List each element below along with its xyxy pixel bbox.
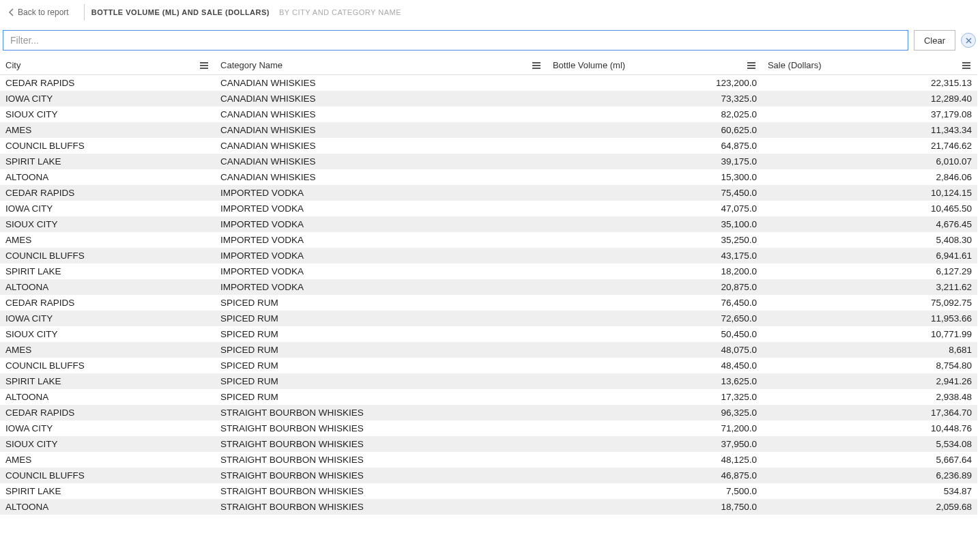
close-button[interactable] xyxy=(961,33,976,48)
table-row[interactable]: IOWA CITYIMPORTED VODKA47,075.010,465.50 xyxy=(0,201,977,216)
cell-category: SPICED RUM xyxy=(215,295,547,311)
cell-volume: 123,200.0 xyxy=(547,75,762,91)
hamburger-icon[interactable] xyxy=(200,61,210,70)
table-row[interactable]: SPIRIT LAKESTRAIGHT BOURBON WHISKIES7,50… xyxy=(0,483,977,499)
table-row[interactable]: SIOUX CITYCANADIAN WHISKIES82,025.037,17… xyxy=(0,106,977,122)
cell-volume: 82,025.0 xyxy=(547,106,762,122)
cell-category: CANADIAN WHISKIES xyxy=(215,91,547,106)
table-row[interactable]: CEDAR RAPIDSIMPORTED VODKA75,450.010,124… xyxy=(0,185,977,201)
table-row[interactable]: IOWA CITYCANADIAN WHISKIES73,325.012,289… xyxy=(0,91,977,106)
cell-city: SPIRIT LAKE xyxy=(0,154,215,169)
table-row[interactable]: AMESSPICED RUM48,075.08,681 xyxy=(0,342,977,358)
cell-sale: 2,846.06 xyxy=(762,169,977,185)
cell-sale: 6,127.29 xyxy=(762,263,977,279)
cell-sale: 8,754.80 xyxy=(762,358,977,373)
cell-category: CANADIAN WHISKIES xyxy=(215,169,547,185)
cell-sale: 8,681 xyxy=(762,342,977,358)
cell-city: SIOUX CITY xyxy=(0,216,215,232)
cell-volume: 43,175.0 xyxy=(547,248,762,263)
table-row[interactable]: SPIRIT LAKEIMPORTED VODKA18,200.06,127.2… xyxy=(0,263,977,279)
cell-sale: 6,941.61 xyxy=(762,248,977,263)
cell-city: IOWA CITY xyxy=(0,420,215,436)
hamburger-icon[interactable] xyxy=(747,61,757,70)
cell-volume: 71,200.0 xyxy=(547,420,762,436)
cell-city: SIOUX CITY xyxy=(0,106,215,122)
hamburger-icon[interactable] xyxy=(962,61,972,70)
cell-volume: 7,500.0 xyxy=(547,483,762,499)
cell-category: CANADIAN WHISKIES xyxy=(215,154,547,169)
hamburger-icon[interactable] xyxy=(532,61,542,70)
cell-sale: 37,179.08 xyxy=(762,106,977,122)
cell-city: AMES xyxy=(0,452,215,468)
cell-category: SPICED RUM xyxy=(215,342,547,358)
back-to-report-link[interactable]: Back to report xyxy=(5,5,77,20)
cell-city: CEDAR RAPIDS xyxy=(0,185,215,201)
cell-city: SPIRIT LAKE xyxy=(0,373,215,389)
cell-city: AMES xyxy=(0,232,215,248)
cell-category: CANADIAN WHISKIES xyxy=(215,75,547,91)
table-row[interactable]: COUNCIL BLUFFSSTRAIGHT BOURBON WHISKIES4… xyxy=(0,468,977,483)
cell-sale: 5,408.30 xyxy=(762,232,977,248)
col-label: Sale (Dollars) xyxy=(768,60,957,70)
cell-city: COUNCIL BLUFFS xyxy=(0,358,215,373)
cell-volume: 17,325.0 xyxy=(547,389,762,405)
cell-city: IOWA CITY xyxy=(0,311,215,326)
filter-row: Clear xyxy=(0,25,980,56)
cell-category: SPICED RUM xyxy=(215,326,547,342)
cell-category: STRAIGHT BOURBON WHISKIES xyxy=(215,499,547,515)
table-row[interactable]: ALTOONASTRAIGHT BOURBON WHISKIES18,750.0… xyxy=(0,499,977,515)
cell-volume: 64,875.0 xyxy=(547,138,762,154)
cell-sale: 22,315.13 xyxy=(762,75,977,91)
table-row[interactable]: IOWA CITYSPICED RUM72,650.011,953.66 xyxy=(0,311,977,326)
close-icon xyxy=(966,38,972,44)
cell-category: IMPORTED VODKA xyxy=(215,185,547,201)
cell-city: CEDAR RAPIDS xyxy=(0,295,215,311)
clear-button[interactable]: Clear xyxy=(914,30,955,51)
table-row[interactable]: SPIRIT LAKESPICED RUM13,625.02,941.26 xyxy=(0,373,977,389)
col-header-category[interactable]: Category Name xyxy=(215,56,547,75)
table-row[interactable]: SIOUX CITYSTRAIGHT BOURBON WHISKIES37,95… xyxy=(0,436,977,452)
cell-sale: 10,771.99 xyxy=(762,326,977,342)
cell-city: SPIRIT LAKE xyxy=(0,263,215,279)
table-row[interactable]: CEDAR RAPIDSSTRAIGHT BOURBON WHISKIES96,… xyxy=(0,405,977,420)
col-header-sale[interactable]: Sale (Dollars) xyxy=(762,56,977,75)
cell-category: IMPORTED VODKA xyxy=(215,263,547,279)
cell-city: CEDAR RAPIDS xyxy=(0,405,215,420)
cell-volume: 18,200.0 xyxy=(547,263,762,279)
table-row[interactable]: SPIRIT LAKECANADIAN WHISKIES39,175.06,01… xyxy=(0,154,977,169)
cell-city: CEDAR RAPIDS xyxy=(0,75,215,91)
cell-city: SIOUX CITY xyxy=(0,326,215,342)
table-row[interactable]: COUNCIL BLUFFSSPICED RUM48,450.08,754.80 xyxy=(0,358,977,373)
cell-volume: 15,300.0 xyxy=(547,169,762,185)
table-row[interactable]: IOWA CITYSTRAIGHT BOURBON WHISKIES71,200… xyxy=(0,420,977,436)
table-head: City Category Name Bottle Volume (ml) xyxy=(0,56,977,75)
app-root: Back to report BOTTLE VOLUME (ML) AND SA… xyxy=(0,0,980,542)
table-row[interactable]: AMESSTRAIGHT BOURBON WHISKIES48,125.05,6… xyxy=(0,452,977,468)
topbar: Back to report BOTTLE VOLUME (ML) AND SA… xyxy=(0,0,980,25)
table-row[interactable]: ALTOONAIMPORTED VODKA20,875.03,211.62 xyxy=(0,279,977,295)
data-table: City Category Name Bottle Volume (ml) xyxy=(0,56,977,515)
table-row[interactable]: COUNCIL BLUFFSIMPORTED VODKA43,175.06,94… xyxy=(0,248,977,263)
table-scroll[interactable]: City Category Name Bottle Volume (ml) xyxy=(0,56,980,542)
col-header-volume[interactable]: Bottle Volume (ml) xyxy=(547,56,762,75)
cell-category: STRAIGHT BOURBON WHISKIES xyxy=(215,483,547,499)
table-row[interactable]: COUNCIL BLUFFSCANADIAN WHISKIES64,875.02… xyxy=(0,138,977,154)
cell-volume: 13,625.0 xyxy=(547,373,762,389)
col-header-city[interactable]: City xyxy=(0,56,215,75)
cell-sale: 75,092.75 xyxy=(762,295,977,311)
cell-sale: 534.87 xyxy=(762,483,977,499)
cell-category: IMPORTED VODKA xyxy=(215,279,547,295)
filter-input[interactable] xyxy=(3,30,908,51)
cell-sale: 11,343.34 xyxy=(762,122,977,138)
cell-category: IMPORTED VODKA xyxy=(215,232,547,248)
table-row[interactable]: SIOUX CITYIMPORTED VODKA35,100.04,676.45 xyxy=(0,216,977,232)
table-row[interactable]: ALTOONASPICED RUM17,325.02,938.48 xyxy=(0,389,977,405)
table-row[interactable]: ALTOONACANADIAN WHISKIES15,300.02,846.06 xyxy=(0,169,977,185)
table-row[interactable]: SIOUX CITYSPICED RUM50,450.010,771.99 xyxy=(0,326,977,342)
table-row[interactable]: CEDAR RAPIDSCANADIAN WHISKIES123,200.022… xyxy=(0,75,977,91)
table-row[interactable]: AMESCANADIAN WHISKIES60,625.011,343.34 xyxy=(0,122,977,138)
cell-city: COUNCIL BLUFFS xyxy=(0,138,215,154)
table-row[interactable]: CEDAR RAPIDSSPICED RUM76,450.075,092.75 xyxy=(0,295,977,311)
cell-sale: 5,667.64 xyxy=(762,452,977,468)
table-row[interactable]: AMESIMPORTED VODKA35,250.05,408.30 xyxy=(0,232,977,248)
